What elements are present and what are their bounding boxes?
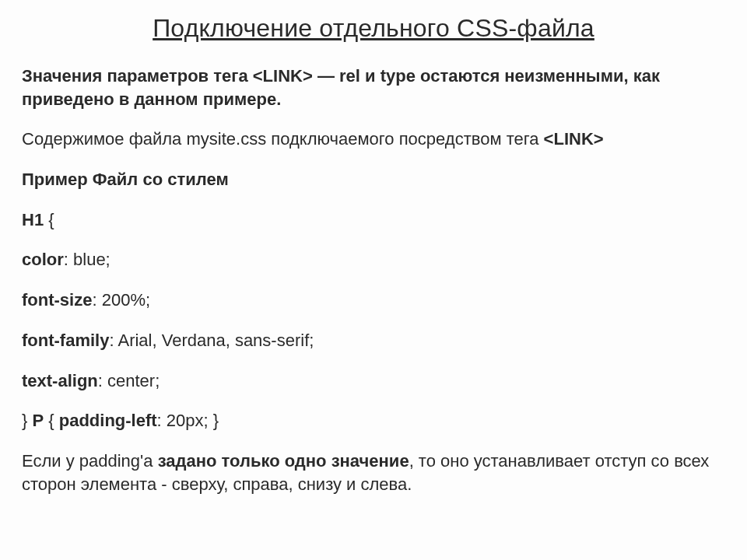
padding-left-property: padding-left <box>59 411 157 430</box>
css-declaration-font-size: font-size: 200%; <box>22 289 725 312</box>
h1-selector: H1 <box>22 210 44 229</box>
page-title: Подключение отдельного CSS-файла <box>22 14 725 43</box>
intro-paragraph: Значения параметров тега <LINK> — rel и … <box>22 65 725 110</box>
document-page: Подключение отдельного CSS-файла Значени… <box>0 0 747 495</box>
padding-left-value: : 20px; } <box>157 411 219 430</box>
css-rule-selector: H1 { <box>22 208 725 232</box>
note-bold: задано только одно значение <box>158 451 409 471</box>
rule-open-brace: { <box>44 210 54 229</box>
color-property: color <box>22 250 64 269</box>
font-size-value: : 200%; <box>92 290 150 310</box>
text-align-property: text-align <box>22 371 98 390</box>
link-tag-1: <LINK> <box>253 66 313 86</box>
intro-text-a: Значения параметров тега <box>22 66 253 86</box>
link-tag-2: <LINK> <box>544 129 604 149</box>
file-text-a: Содержимое файла mysite.css подключаемог… <box>22 129 544 149</box>
css-declaration-font-family: font-family: Arial, Verdana, sans-serif; <box>22 329 725 352</box>
note-paragraph: Если у padding'а задано только одно знач… <box>22 450 725 495</box>
color-value: : blue; <box>64 250 110 269</box>
close-brace-a: } <box>22 411 32 430</box>
note-a: Если у padding'а <box>22 451 158 471</box>
css-rule-p: } P { padding-left: 20px; } <box>22 409 725 432</box>
font-family-value: : Arial, Verdana, sans-serif; <box>109 331 314 350</box>
font-size-property: font-size <box>22 290 92 310</box>
example-label: Пример Файл со стилем <box>22 168 725 191</box>
css-declaration-color: color: blue; <box>22 248 725 271</box>
rule2-open: { <box>44 411 59 430</box>
font-family-property: font-family <box>22 331 109 350</box>
p-selector: P <box>32 411 44 430</box>
text-align-value: : center; <box>98 371 160 390</box>
file-paragraph: Содержимое файла mysite.css подключаемог… <box>22 128 725 151</box>
css-declaration-text-align: text-align: center; <box>22 369 725 393</box>
